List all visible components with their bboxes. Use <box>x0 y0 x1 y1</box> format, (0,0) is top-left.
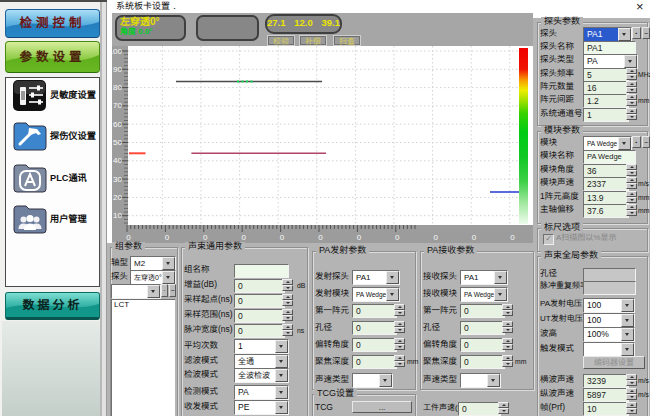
svg-text:10: 10 <box>113 211 122 220</box>
svg-text:0: 0 <box>318 233 323 242</box>
svg-text:80: 80 <box>113 83 122 92</box>
svg-text:0: 0 <box>357 233 362 242</box>
svg-text:90: 90 <box>113 65 122 74</box>
svg-text:0: 0 <box>510 233 515 242</box>
svg-text:70: 70 <box>113 101 122 110</box>
svg-text:0: 0 <box>472 233 477 242</box>
svg-text:0: 0 <box>280 233 285 242</box>
svg-text:100: 100 <box>112 47 123 56</box>
svg-text:0: 0 <box>395 233 400 242</box>
svg-text:30: 30 <box>113 175 122 184</box>
svg-text:0: 0 <box>165 233 170 242</box>
svg-text:50: 50 <box>113 138 122 147</box>
svg-text:60: 60 <box>113 120 122 129</box>
svg-text:0: 0 <box>241 233 246 242</box>
svg-text:40: 40 <box>113 156 122 165</box>
svg-text:0: 0 <box>433 233 438 242</box>
svg-text:20: 20 <box>113 193 122 202</box>
